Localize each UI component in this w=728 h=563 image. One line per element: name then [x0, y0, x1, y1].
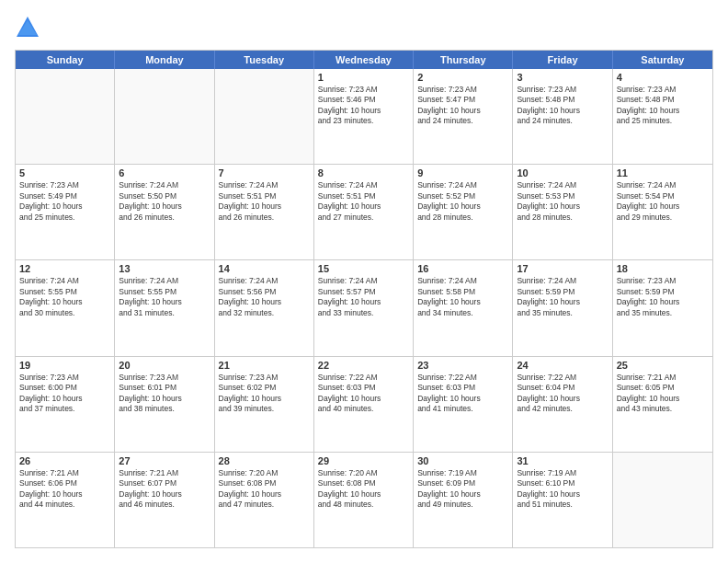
- day-cell-5: 5Sunrise: 7:23 AM Sunset: 5:49 PM Daylig…: [16, 165, 115, 259]
- day-info-4: Sunrise: 7:23 AM Sunset: 5:48 PM Dayligh…: [617, 85, 709, 127]
- calendar-header: SundayMondayTuesdayWednesdayThursdayFrid…: [16, 51, 712, 69]
- day-number-8: 8: [318, 167, 409, 178]
- day-info-2: Sunrise: 7:23 AM Sunset: 5:47 PM Dayligh…: [417, 85, 508, 127]
- day-cell-26: 26Sunrise: 7:21 AM Sunset: 6:06 PM Dayli…: [16, 453, 115, 547]
- day-info-20: Sunrise: 7:23 AM Sunset: 6:01 PM Dayligh…: [119, 373, 210, 415]
- day-info-24: Sunrise: 7:22 AM Sunset: 6:04 PM Dayligh…: [517, 373, 608, 415]
- header-cell-sunday: Sunday: [16, 51, 115, 69]
- header-cell-wednesday: Wednesday: [314, 51, 414, 69]
- day-cell-25: 25Sunrise: 7:21 AM Sunset: 6:05 PM Dayli…: [613, 357, 712, 452]
- header-cell-thursday: Thursday: [414, 51, 513, 69]
- day-cell-31: 31Sunrise: 7:19 AM Sunset: 6:10 PM Dayli…: [513, 453, 612, 547]
- day-cell-18: 18Sunrise: 7:23 AM Sunset: 5:59 PM Dayli…: [613, 260, 712, 355]
- day-number-5: 5: [19, 167, 110, 178]
- day-cell-12: 12Sunrise: 7:24 AM Sunset: 5:55 PM Dayli…: [16, 260, 115, 355]
- day-number-16: 16: [417, 263, 508, 274]
- day-cell-9: 9Sunrise: 7:24 AM Sunset: 5:52 PM Daylig…: [414, 165, 513, 259]
- header-cell-tuesday: Tuesday: [215, 51, 314, 69]
- day-info-11: Sunrise: 7:24 AM Sunset: 5:54 PM Dayligh…: [617, 180, 709, 223]
- day-number-7: 7: [219, 167, 310, 178]
- day-cell-20: 20Sunrise: 7:23 AM Sunset: 6:01 PM Dayli…: [115, 357, 214, 452]
- day-info-29: Sunrise: 7:20 AM Sunset: 6:08 PM Dayligh…: [318, 468, 409, 511]
- day-info-9: Sunrise: 7:24 AM Sunset: 5:52 PM Dayligh…: [417, 180, 508, 223]
- day-number-9: 9: [417, 167, 508, 178]
- day-info-28: Sunrise: 7:20 AM Sunset: 6:08 PM Dayligh…: [219, 468, 310, 511]
- day-info-31: Sunrise: 7:19 AM Sunset: 6:10 PM Dayligh…: [517, 468, 608, 511]
- day-number-14: 14: [219, 263, 310, 274]
- day-number-28: 28: [219, 455, 310, 466]
- day-cell-13: 13Sunrise: 7:24 AM Sunset: 5:55 PM Dayli…: [115, 260, 214, 355]
- day-number-27: 27: [119, 455, 210, 466]
- day-info-30: Sunrise: 7:19 AM Sunset: 6:09 PM Dayligh…: [417, 468, 508, 511]
- day-info-22: Sunrise: 7:22 AM Sunset: 6:03 PM Dayligh…: [318, 373, 409, 415]
- day-cell-30: 30Sunrise: 7:19 AM Sunset: 6:09 PM Dayli…: [414, 453, 513, 547]
- day-cell-24: 24Sunrise: 7:22 AM Sunset: 6:04 PM Dayli…: [513, 357, 612, 452]
- day-cell-2: 2Sunrise: 7:23 AM Sunset: 5:47 PM Daylig…: [414, 69, 513, 164]
- day-info-8: Sunrise: 7:24 AM Sunset: 5:51 PM Dayligh…: [318, 180, 409, 223]
- header: [15, 15, 713, 40]
- calendar-row-2: 5Sunrise: 7:23 AM Sunset: 5:49 PM Daylig…: [16, 164, 712, 259]
- day-info-21: Sunrise: 7:23 AM Sunset: 6:02 PM Dayligh…: [219, 373, 310, 415]
- day-info-26: Sunrise: 7:21 AM Sunset: 6:06 PM Dayligh…: [19, 468, 110, 511]
- day-cell-6: 6Sunrise: 7:24 AM Sunset: 5:50 PM Daylig…: [115, 165, 214, 259]
- day-number-17: 17: [517, 263, 608, 274]
- day-info-18: Sunrise: 7:23 AM Sunset: 5:59 PM Dayligh…: [617, 276, 709, 318]
- calendar-row-5: 26Sunrise: 7:21 AM Sunset: 6:06 PM Dayli…: [16, 452, 712, 547]
- logo-icon: [15, 15, 40, 40]
- day-number-18: 18: [617, 263, 709, 274]
- day-cell-19: 19Sunrise: 7:23 AM Sunset: 6:00 PM Dayli…: [16, 357, 115, 452]
- empty-cell-r0c1: [115, 69, 214, 164]
- day-number-6: 6: [119, 167, 210, 178]
- day-number-19: 19: [19, 360, 110, 371]
- day-info-7: Sunrise: 7:24 AM Sunset: 5:51 PM Dayligh…: [219, 180, 310, 223]
- day-number-15: 15: [318, 263, 409, 274]
- day-info-10: Sunrise: 7:24 AM Sunset: 5:53 PM Dayligh…: [517, 180, 608, 223]
- day-number-10: 10: [517, 167, 608, 178]
- day-info-5: Sunrise: 7:23 AM Sunset: 5:49 PM Dayligh…: [19, 180, 110, 223]
- empty-cell-r0c2: [215, 69, 314, 164]
- day-number-1: 1: [318, 72, 409, 83]
- day-number-2: 2: [417, 72, 508, 83]
- header-cell-friday: Friday: [513, 51, 612, 69]
- day-info-19: Sunrise: 7:23 AM Sunset: 6:00 PM Dayligh…: [19, 373, 110, 415]
- day-info-16: Sunrise: 7:24 AM Sunset: 5:58 PM Dayligh…: [417, 276, 508, 318]
- day-number-20: 20: [119, 360, 210, 371]
- day-cell-22: 22Sunrise: 7:22 AM Sunset: 6:03 PM Dayli…: [314, 357, 414, 452]
- day-number-12: 12: [19, 263, 110, 274]
- day-info-12: Sunrise: 7:24 AM Sunset: 5:55 PM Dayligh…: [19, 276, 110, 318]
- day-number-26: 26: [19, 455, 110, 466]
- calendar-row-1: 1Sunrise: 7:23 AM Sunset: 5:46 PM Daylig…: [16, 69, 712, 164]
- day-number-22: 22: [318, 360, 409, 371]
- day-cell-3: 3Sunrise: 7:23 AM Sunset: 5:48 PM Daylig…: [513, 69, 612, 164]
- day-number-3: 3: [517, 72, 608, 83]
- day-cell-27: 27Sunrise: 7:21 AM Sunset: 6:07 PM Dayli…: [115, 453, 214, 547]
- header-cell-monday: Monday: [115, 51, 214, 69]
- day-number-24: 24: [517, 360, 608, 371]
- empty-cell-r0c0: [16, 69, 115, 164]
- day-cell-21: 21Sunrise: 7:23 AM Sunset: 6:02 PM Dayli…: [215, 357, 314, 452]
- day-cell-29: 29Sunrise: 7:20 AM Sunset: 6:08 PM Dayli…: [314, 453, 414, 547]
- day-number-29: 29: [318, 455, 409, 466]
- day-info-15: Sunrise: 7:24 AM Sunset: 5:57 PM Dayligh…: [318, 276, 409, 318]
- day-info-14: Sunrise: 7:24 AM Sunset: 5:56 PM Dayligh…: [219, 276, 310, 318]
- day-info-25: Sunrise: 7:21 AM Sunset: 6:05 PM Dayligh…: [617, 373, 709, 415]
- page: SundayMondayTuesdayWednesdayThursdayFrid…: [0, 0, 728, 563]
- day-cell-4: 4Sunrise: 7:23 AM Sunset: 5:48 PM Daylig…: [613, 69, 712, 164]
- day-info-1: Sunrise: 7:23 AM Sunset: 5:46 PM Dayligh…: [318, 85, 409, 127]
- day-info-17: Sunrise: 7:24 AM Sunset: 5:59 PM Dayligh…: [517, 276, 608, 318]
- day-cell-23: 23Sunrise: 7:22 AM Sunset: 6:03 PM Dayli…: [414, 357, 513, 452]
- day-cell-1: 1Sunrise: 7:23 AM Sunset: 5:46 PM Daylig…: [314, 69, 414, 164]
- calendar-row-3: 12Sunrise: 7:24 AM Sunset: 5:55 PM Dayli…: [16, 259, 712, 355]
- svg-marker-1: [18, 20, 37, 35]
- day-info-13: Sunrise: 7:24 AM Sunset: 5:55 PM Dayligh…: [119, 276, 210, 318]
- day-cell-8: 8Sunrise: 7:24 AM Sunset: 5:51 PM Daylig…: [314, 165, 414, 259]
- day-number-25: 25: [617, 360, 709, 371]
- day-number-4: 4: [617, 72, 709, 83]
- day-cell-28: 28Sunrise: 7:20 AM Sunset: 6:08 PM Dayli…: [215, 453, 314, 547]
- day-cell-16: 16Sunrise: 7:24 AM Sunset: 5:58 PM Dayli…: [414, 260, 513, 355]
- day-cell-11: 11Sunrise: 7:24 AM Sunset: 5:54 PM Dayli…: [613, 165, 712, 259]
- day-number-13: 13: [119, 263, 210, 274]
- calendar: SundayMondayTuesdayWednesdayThursdayFrid…: [15, 50, 713, 548]
- day-cell-14: 14Sunrise: 7:24 AM Sunset: 5:56 PM Dayli…: [215, 260, 314, 355]
- day-cell-15: 15Sunrise: 7:24 AM Sunset: 5:57 PM Dayli…: [314, 260, 414, 355]
